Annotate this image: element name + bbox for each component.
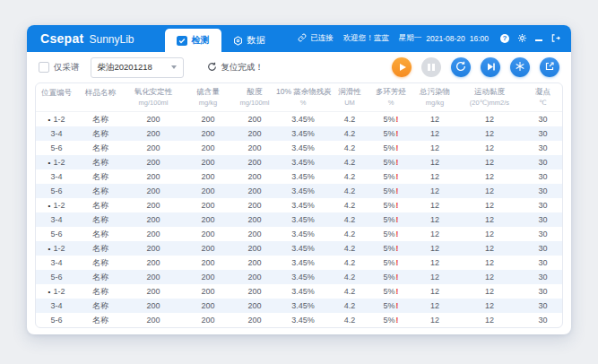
titlebar[interactable]: Csepat SunnyLib 检测 数据 已连接 <box>27 25 571 52</box>
tab-data[interactable]: 数据 <box>221 29 277 52</box>
cell-sulfur_content: 200 <box>183 141 233 155</box>
cell-acidity: 200 <box>233 299 276 313</box>
cell-lubricity: 4.2 <box>330 112 369 127</box>
table-row[interactable]: 5-6名称2002002003.45%4.25%!121230 <box>36 270 563 284</box>
table-row[interactable]: 3-4名称2002002003.45%4.25%!121230 <box>36 299 563 313</box>
cell-total_contaminants: 12 <box>412 227 457 241</box>
table-row[interactable]: •1-2名称2002002003.45%4.25%!121230 <box>36 241 563 256</box>
cell-oxidation_stability: 200 <box>124 169 183 184</box>
help-icon[interactable]: ? <box>500 34 509 43</box>
cell-oxidation_stability: 200 <box>124 256 183 270</box>
recipe-select[interactable]: 柴油20201218 <box>91 57 184 78</box>
column-acidity: 酸度mg/100ml <box>233 83 276 112</box>
recipe-select-value: 柴油20201218 <box>98 62 152 74</box>
skip-forward-icon <box>486 61 496 74</box>
cell-acidity: 200 <box>233 212 276 227</box>
exit-icon[interactable] <box>550 33 560 45</box>
action-buttons <box>392 57 559 77</box>
table-row[interactable]: •1-2名称2002002003.45%4.25%!121230 <box>36 112 563 127</box>
tab-detection[interactable]: 检测 <box>165 29 221 52</box>
cell-pah: 5%! <box>369 198 412 212</box>
pause-button[interactable] <box>421 57 441 77</box>
cell-position: 3-4 <box>36 256 77 270</box>
cell-total_contaminants: 12 <box>412 155 457 169</box>
sync-button[interactable] <box>451 57 471 77</box>
play-icon <box>400 64 406 71</box>
export-button[interactable] <box>540 57 559 77</box>
cell-pah: 5%! <box>369 126 412 141</box>
cell-kinematic_viscosity: 12 <box>457 241 522 256</box>
reset-status: 复位完成！ <box>207 62 264 74</box>
table-row[interactable]: 5-6名称2002002003.45%4.25%!121230 <box>36 184 563 198</box>
cell-total_contaminants: 12 <box>412 212 457 227</box>
cell-kinematic_viscosity: 12 <box>457 184 522 198</box>
results-table: 位置编号样品名称氧化安定性mg/100ml硫含量mg/kg酸度mg/100ml1… <box>36 83 563 327</box>
skip-button[interactable] <box>481 57 500 77</box>
active-row-bullet-icon: • <box>48 116 51 124</box>
cell-sample_name: 名称 <box>77 284 124 299</box>
freeze-button[interactable] <box>510 57 530 77</box>
cell-residue_carbon: 3.45% <box>276 241 330 256</box>
cell-position: •1-2 <box>36 284 77 299</box>
cell-oxidation_stability: 200 <box>124 227 183 241</box>
settings-gear-icon[interactable] <box>517 33 527 45</box>
cell-lubricity: 4.2 <box>330 313 369 327</box>
cell-kinematic_viscosity: 12 <box>457 256 522 270</box>
table-row[interactable]: 5-6名称2002002003.45%4.25%!121230 <box>36 313 563 327</box>
cell-kinematic_viscosity: 12 <box>457 169 522 184</box>
cell-total_contaminants: 12 <box>412 169 457 184</box>
active-row-bullet-icon: • <box>48 245 51 253</box>
cell-oxidation_stability: 200 <box>124 299 183 313</box>
cell-kinematic_viscosity: 12 <box>457 141 522 155</box>
cell-acidity: 200 <box>233 169 276 184</box>
cell-freezing_point: 30 <box>522 112 563 127</box>
table-row[interactable]: 5-6名称2002002003.45%4.25%!121230 <box>36 227 563 241</box>
cell-sulfur_content: 200 <box>183 241 233 256</box>
cell-pah: 5%! <box>369 155 412 169</box>
sync-icon <box>455 61 466 74</box>
cell-residue_carbon: 3.45% <box>276 126 330 141</box>
start-button[interactable] <box>392 57 412 77</box>
datetime: 星期一 2021-08-20 16:00 <box>399 33 489 44</box>
cell-freezing_point: 30 <box>522 270 563 284</box>
cell-position: •1-2 <box>36 112 77 127</box>
table-row[interactable]: 3-4名称2002002003.45%4.25%!121230 <box>36 256 563 270</box>
cell-freezing_point: 30 <box>522 212 563 227</box>
table-row[interactable]: •1-2名称2002002003.45%4.25%!121230 <box>36 198 563 212</box>
table-row[interactable]: 3-4名称2002002003.45%4.25%!121230 <box>36 169 563 184</box>
alert-exceeded-icon: ! <box>396 115 399 124</box>
table-row[interactable]: 5-6名称2002002003.45%4.25%!121230 <box>36 141 563 155</box>
cell-pah: 5%! <box>369 284 412 299</box>
cell-residue_carbon: 3.45% <box>276 141 330 155</box>
cell-kinematic_viscosity: 12 <box>457 284 522 299</box>
alert-exceeded-icon: ! <box>396 230 399 238</box>
cell-sulfur_content: 200 <box>183 184 233 198</box>
pause-icon <box>428 64 435 71</box>
cell-freezing_point: 30 <box>522 184 563 198</box>
table-row[interactable]: 3-4名称2002002003.45%4.25%!121230 <box>36 126 563 141</box>
table-row[interactable]: 3-4名称2002002003.45%4.25%!121230 <box>36 212 563 227</box>
cell-residue_carbon: 3.45% <box>276 284 330 299</box>
cell-residue_carbon: 3.45% <box>276 270 330 284</box>
cell-position: 5-6 <box>36 270 77 284</box>
cell-position: 3-4 <box>36 299 77 313</box>
chevron-down-icon <box>171 65 177 69</box>
cell-sample_name: 名称 <box>77 256 124 270</box>
cell-lubricity: 4.2 <box>330 155 369 169</box>
cell-kinematic_viscosity: 12 <box>457 299 522 313</box>
alert-exceeded-icon: ! <box>396 215 399 224</box>
table-row[interactable]: •1-2名称2002002003.45%4.25%!121230 <box>36 284 563 299</box>
alert-exceeded-icon: ! <box>396 143 399 152</box>
cell-kinematic_viscosity: 12 <box>457 155 522 169</box>
alert-exceeded-icon: ! <box>396 273 399 282</box>
cell-total_contaminants: 12 <box>412 241 457 256</box>
minimize-icon[interactable] <box>535 39 542 41</box>
table-row[interactable]: •1-2名称2002002003.45%4.25%!121230 <box>36 155 563 169</box>
cell-kinematic_viscosity: 12 <box>457 270 522 284</box>
spectrum-only-checkbox[interactable] <box>39 62 49 73</box>
weekday-text: 星期一 <box>399 33 422 44</box>
alert-exceeded-icon: ! <box>396 244 399 253</box>
cell-residue_carbon: 3.45% <box>276 169 330 184</box>
refresh-icon <box>207 62 217 74</box>
column-residue_carbon: 10% 蒸余物残炭% <box>276 83 330 112</box>
